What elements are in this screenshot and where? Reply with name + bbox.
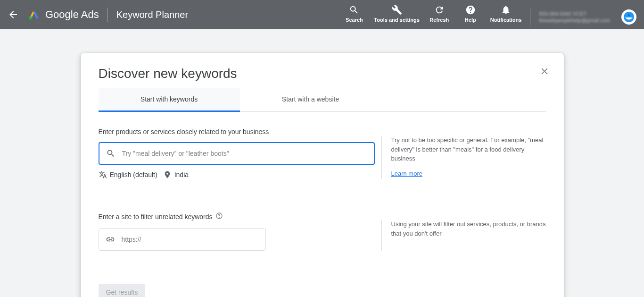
bell-icon <box>501 5 511 15</box>
get-results-button[interactable]: Get results <box>99 284 146 297</box>
keywords-tip-text: Try not to be too specific or general. F… <box>391 136 546 163</box>
header-right-divider <box>530 8 530 25</box>
search-action[interactable]: Search <box>343 5 365 23</box>
svg-point-0 <box>29 17 32 20</box>
account-email: thewebpeoplehelp@gmail.com <box>539 17 610 24</box>
keywords-label: Enter products or services closely relat… <box>99 128 381 136</box>
language-value: English (default) <box>110 171 157 178</box>
site-input-box[interactable] <box>99 228 266 251</box>
learn-more-link[interactable]: Learn more <box>391 169 422 178</box>
site-left: Enter a site to filter unrelated keyword… <box>99 212 381 251</box>
discover-card: Discover new keywords Start with keyword… <box>81 53 564 297</box>
keywords-input[interactable] <box>122 150 367 157</box>
link-icon <box>106 235 115 244</box>
tab-website[interactable]: Start with a website <box>240 88 381 111</box>
tools-label: Tools and settings <box>374 17 419 23</box>
language-selector[interactable]: English (default) <box>99 170 157 179</box>
section-spacer <box>99 179 546 212</box>
avatar[interactable] <box>621 9 636 25</box>
site-tip-panel: Using your site will filter out services… <box>381 220 546 251</box>
refresh-action[interactable]: Refresh <box>428 5 451 23</box>
location-selector[interactable]: India <box>163 170 189 179</box>
wrench-icon <box>392 5 402 15</box>
refresh-label: Refresh <box>429 17 449 23</box>
account-info[interactable]: 655-064-5442 VCET thewebpeoplehelp@gmail… <box>539 10 610 24</box>
site-label: Enter a site to filter unrelated keyword… <box>99 213 213 221</box>
keywords-section: Enter products or services closely relat… <box>99 128 546 179</box>
back-arrow-icon[interactable] <box>8 9 19 20</box>
keywords-search-box[interactable] <box>99 142 375 165</box>
locale-row: English (default) India <box>99 170 381 179</box>
tools-action[interactable]: Tools and settings <box>374 5 419 23</box>
site-label-row: Enter a site to filter unrelated keyword… <box>99 212 381 221</box>
location-value: India <box>174 171 189 178</box>
site-input[interactable] <box>122 236 259 243</box>
page-title: Keyword Planner <box>116 9 188 20</box>
refresh-icon <box>434 5 445 15</box>
search-label: Search <box>346 17 363 23</box>
app-header: Google Ads Keyword Planner Search Tools … <box>0 0 644 29</box>
translate-icon <box>99 170 107 179</box>
close-icon <box>539 66 550 76</box>
notifications-action[interactable]: Notifications <box>490 5 522 23</box>
tab-bar: Start with keywords Start with a website <box>99 88 546 112</box>
search-icon <box>106 149 116 158</box>
tab-keywords[interactable]: Start with keywords <box>99 88 240 112</box>
search-icon <box>349 5 359 15</box>
svg-point-4 <box>219 217 219 218</box>
keywords-tip-panel: Try not to be too specific or general. F… <box>381 136 546 179</box>
brand-name: Google Ads <box>45 8 99 21</box>
svg-point-1 <box>624 12 634 22</box>
help-label: Help <box>465 17 476 23</box>
help-tooltip-icon[interactable] <box>215 212 223 221</box>
notifications-label: Notifications <box>490 17 522 23</box>
svg-point-2 <box>628 15 630 16</box>
site-section: Enter a site to filter unrelated keyword… <box>99 212 546 251</box>
avatar-icon <box>623 11 635 23</box>
account-id: 655-064-5442 VCET <box>539 10 610 17</box>
main-content: Discover new keywords Start with keyword… <box>0 29 644 297</box>
help-icon <box>465 5 476 15</box>
keywords-left: Enter products or services closely relat… <box>99 128 381 179</box>
header-divider <box>107 8 108 22</box>
help-action[interactable]: Help <box>459 5 482 23</box>
google-ads-logo-icon <box>27 8 41 21</box>
close-button[interactable] <box>539 66 550 78</box>
site-tip-text: Using your site will filter out services… <box>391 220 546 238</box>
card-title: Discover new keywords <box>99 66 546 81</box>
location-icon <box>163 170 172 179</box>
header-actions: Search Tools and settings Refresh Help N… <box>343 0 636 29</box>
